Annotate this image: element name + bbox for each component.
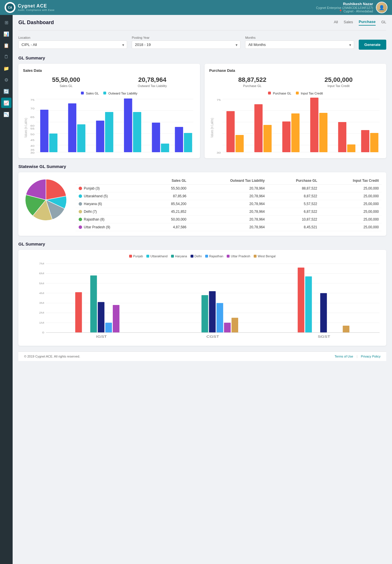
sidebar-item-reports[interactable]: 📋: [1, 40, 11, 51]
svg-text:50: 50: [30, 133, 34, 136]
svg-rect-18: [68, 103, 76, 152]
avatar: 👤: [376, 2, 387, 13]
logo-area: CA Cygnet ACE Audit. Compliance with Eas…: [5, 2, 55, 13]
svg-text:65: 65: [30, 116, 34, 119]
svg-rect-85: [209, 291, 216, 333]
col-purchase-gl: Purchase GL: [267, 177, 320, 185]
footer-copyright: © 2019 Cygnet ACE. All rights reserved.: [24, 355, 80, 358]
tab-gl[interactable]: GL: [381, 20, 386, 25]
nav-divider: [18, 30, 386, 30]
app-header: CA Cygnet ACE Audit. Compliance with Eas…: [0, 0, 392, 15]
months-filter-group: Months All Months: [245, 36, 354, 49]
purchase-gl-cell: 88,87,522: [267, 185, 320, 192]
svg-text:CGST: CGST: [206, 335, 219, 338]
svg-rect-20: [96, 121, 104, 152]
purchase-gl-cell: 8,87,522: [267, 192, 320, 200]
svg-rect-49: [310, 98, 319, 152]
sales-gl-value: 55,50,000: [23, 76, 109, 84]
sales-gl-cell: 87,85,96: [148, 192, 189, 200]
user-name: Rushikesh Nazar: [316, 2, 373, 6]
sidebar-item-chart2[interactable]: 📉: [1, 109, 11, 119]
svg-text:Values (in Lakhs): Values (in Lakhs): [24, 118, 28, 138]
legend-item: Uttar Pradesh: [227, 254, 250, 258]
page-title: GL Dashboard: [18, 20, 54, 26]
svg-text:70: 70: [30, 107, 34, 110]
otl-value: 20,78,964: [109, 76, 196, 84]
filter-bar: Location CIPL - All Posting Year 2018 - …: [18, 35, 386, 50]
purchase-chart: 75 30: [209, 96, 382, 154]
purchase-gl-value: 88,87,522: [209, 76, 296, 84]
svg-text:Values (in Lakhs): Values (in Lakhs): [210, 118, 214, 138]
location-select[interactable]: CIPL - All: [18, 40, 127, 49]
otl-cell: 20,78,964: [189, 192, 267, 200]
itc-cell: 25,00,000: [320, 208, 382, 216]
col-otl: Outward Tax Liability: [189, 177, 267, 185]
months-select[interactable]: All Months: [245, 40, 354, 49]
state-dot: [79, 194, 82, 198]
table-row: Haryana (6) 85,54,200 20,78,964 5,57,522…: [76, 200, 382, 208]
tab-purchase[interactable]: Purchase: [359, 20, 376, 26]
sidebar-item-invoices[interactable]: 🗒: [1, 52, 11, 62]
svg-text:0: 0: [42, 331, 44, 334]
sidebar-item-filing[interactable]: 📁: [1, 63, 11, 74]
legend-item: West Bengal: [254, 254, 275, 258]
svg-rect-46: [263, 125, 272, 152]
svg-text:6M: 6M: [39, 272, 44, 275]
svg-text:1M: 1M: [39, 321, 44, 324]
sales-gl-cell: 50,00,000: [148, 216, 189, 223]
location-label: Location: [18, 36, 127, 39]
svg-text:4M: 4M: [39, 292, 44, 295]
tab-sales[interactable]: Sales: [344, 20, 353, 25]
sidebar-item-analytics[interactable]: 📈: [1, 98, 11, 108]
sales-legend-1: Sales GL: [81, 92, 99, 95]
purchase-gl-cell: 6,87,522: [267, 208, 320, 216]
statewise-title: Statewise GL Summary: [18, 164, 386, 169]
svg-rect-21: [105, 112, 113, 152]
sidebar-item-dashboard[interactable]: 📊: [1, 29, 11, 39]
sales-chart: 75 70 65 60 55 50 45 40 35 30: [23, 96, 195, 154]
otl-cell: 20,78,964: [189, 208, 267, 216]
pie-chart-wrap: [23, 177, 69, 223]
pie-chart-svg: [23, 177, 69, 223]
otl-cell: 20,78,964: [189, 185, 267, 192]
svg-rect-52: [347, 144, 356, 152]
months-label: Months: [245, 36, 354, 39]
posting-year-select[interactable]: 2018 - 19: [132, 40, 240, 49]
svg-rect-86: [216, 303, 223, 333]
table-row: Punjab (3) 55,50,000 20,78,964 88,87,522…: [76, 185, 382, 192]
itc-value: 25,00,000: [296, 76, 382, 84]
svg-rect-51: [338, 122, 346, 152]
sales-gl-cell: 85,54,200: [148, 200, 189, 208]
svg-text:SGST: SGST: [318, 335, 330, 338]
state-dot: [79, 225, 82, 229]
sales-gl-label: Sales GL: [23, 84, 109, 88]
otl-cell: 20,78,964: [189, 223, 267, 231]
itc-cell: 25,00,000: [320, 192, 382, 200]
sales-data-card: Sales Data 55,50,000 Sales GL 20,78,964 …: [18, 64, 200, 158]
sales-card-title: Sales Data: [23, 68, 195, 73]
user-company: Cygnet Enterprise (29ABCDE1234F2Z7): [316, 6, 373, 9]
state-dot: [79, 202, 82, 206]
svg-text:IGST: IGST: [96, 335, 107, 338]
sales-gl-cell: 45,21,852: [148, 208, 189, 216]
legend-item: Uttarakhand: [146, 254, 168, 258]
table-row: Delhi (7) 45,21,852 20,78,964 6,87,522 2…: [76, 208, 382, 216]
location-icon: 📍: [339, 9, 343, 13]
tab-all[interactable]: All: [334, 20, 338, 25]
svg-rect-78: [75, 292, 82, 333]
itc-cell: 25,00,000: [320, 200, 382, 208]
svg-rect-80: [98, 302, 104, 333]
sidebar-item-settings[interactable]: ⚙: [1, 75, 11, 85]
terms-link[interactable]: Terms of Use: [335, 355, 353, 358]
state-name: Uttarakhand (5): [84, 194, 108, 198]
sidebar-item-home[interactable]: ⊞: [1, 17, 11, 28]
generate-button[interactable]: Generate: [359, 40, 386, 50]
otl-label: Outward Tax Liability: [109, 84, 196, 88]
svg-rect-24: [152, 123, 160, 152]
svg-rect-90: [298, 268, 304, 333]
privacy-link[interactable]: Privacy Policy: [361, 355, 381, 358]
svg-rect-91: [305, 277, 312, 333]
sales-metrics: 55,50,000 Sales GL 20,78,964 Outward Tax…: [23, 76, 195, 88]
page-header: GL Dashboard All Sales Purchase GL: [18, 20, 386, 26]
sidebar-item-reconcile[interactable]: 🔄: [1, 86, 11, 96]
